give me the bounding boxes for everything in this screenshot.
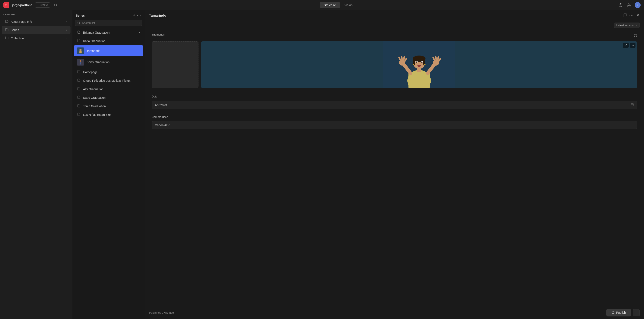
doc-icon-grupo bbox=[77, 78, 80, 83]
thumbnail-placeholder bbox=[152, 41, 198, 88]
doc-icon-katia bbox=[77, 39, 80, 43]
svg-line-1 bbox=[56, 6, 57, 6]
series-search-icon bbox=[77, 21, 80, 24]
sidebar-item-about[interactable]: About Page Info › bbox=[2, 18, 70, 25]
calendar-icon bbox=[630, 103, 634, 107]
detail-content: Thumbnail bbox=[145, 28, 644, 306]
series-panel: Series + ··· Britanya Graduation bbox=[72, 10, 145, 319]
series-item-homepage-label: Homepage bbox=[83, 70, 140, 74]
user-icon[interactable] bbox=[626, 2, 632, 8]
create-label: + Create bbox=[37, 3, 48, 6]
svg-point-40 bbox=[413, 64, 414, 65]
svg-point-41 bbox=[424, 64, 426, 65]
series-item-lasninias[interactable]: Las Niñas Estan Bien bbox=[74, 110, 143, 119]
chevron-right-collection: › bbox=[66, 37, 67, 39]
comment-icon[interactable] bbox=[623, 13, 627, 18]
doc-icon-sage bbox=[77, 96, 80, 100]
camera-input-container[interactable]: Canon AE-1 bbox=[152, 121, 637, 129]
chevron-right-icon: › bbox=[66, 20, 67, 23]
app-logo: S bbox=[4, 2, 9, 8]
svg-line-31 bbox=[402, 57, 402, 60]
footer-actions: Publish ··· bbox=[606, 309, 640, 317]
publish-status: Published 3 wk. ago bbox=[149, 311, 174, 314]
doc-icon-britanya bbox=[77, 30, 80, 34]
svg-line-38 bbox=[438, 57, 438, 60]
tamarindo-thumb bbox=[77, 47, 84, 54]
series-item-tamarindo[interactable]: Tamarindo bbox=[74, 45, 143, 56]
thumbnail-resize-button[interactable] bbox=[623, 43, 629, 48]
camera-label: Camera used bbox=[152, 115, 637, 119]
svg-point-25 bbox=[416, 61, 418, 63]
series-more-button[interactable]: ··· bbox=[137, 13, 141, 18]
chevron-right-series: › bbox=[66, 29, 67, 31]
topbar-right: J bbox=[618, 2, 640, 8]
detail-more-icon[interactable]: ··· bbox=[629, 13, 634, 18]
thumbnail-container: ··· bbox=[152, 41, 637, 88]
series-item-katia[interactable]: Katia Graduation bbox=[74, 37, 143, 45]
project-name: jorge-portfolio bbox=[12, 3, 32, 7]
thumbnail-more-button[interactable]: ··· bbox=[630, 43, 636, 48]
series-item-ally[interactable]: Ally Graduation bbox=[74, 85, 143, 93]
svg-rect-17 bbox=[408, 72, 430, 88]
series-item-daisy[interactable]: Daisy Graduation bbox=[74, 57, 143, 68]
thumbnail-overlay-actions: ··· bbox=[623, 43, 636, 48]
series-item-homepage[interactable]: Homepage bbox=[74, 68, 143, 76]
thumbnail-image: ··· bbox=[201, 41, 637, 88]
series-item-tamarindo-label: Tamarindo bbox=[86, 49, 140, 52]
series-item-grupo[interactable]: Grupo Folklorico Los Mejicas Pictur... bbox=[74, 76, 143, 85]
folder-icon-about bbox=[5, 19, 8, 24]
footer-more-button[interactable]: ··· bbox=[633, 309, 640, 316]
date-input-container[interactable]: Apr 2023 bbox=[152, 101, 637, 109]
help-icon[interactable] bbox=[618, 2, 624, 8]
thumbnail-refresh-icon[interactable] bbox=[634, 34, 637, 38]
thumbnail-label: Thumbnail bbox=[152, 33, 164, 36]
series-add-button[interactable]: + bbox=[133, 13, 136, 18]
topbar: S jorge-portfolio + Create Structure Vis… bbox=[0, 0, 644, 10]
thumbnail-photo bbox=[201, 41, 637, 88]
date-section: Date Apr 2023 bbox=[152, 95, 637, 109]
search-button[interactable] bbox=[53, 2, 59, 8]
svg-rect-12 bbox=[80, 62, 81, 64]
detail-panel: Tamarindo ··· Latest version bbox=[145, 10, 644, 319]
tab-vision[interactable]: Vision bbox=[340, 2, 357, 8]
sidebar-series-label: Series bbox=[11, 28, 64, 32]
series-item-tania[interactable]: Tania Graduation bbox=[74, 102, 143, 110]
sidebar-item-collection[interactable]: Collection › bbox=[2, 34, 70, 42]
sidebar-about-label: About Page Info bbox=[11, 20, 64, 23]
svg-line-43 bbox=[624, 45, 626, 46]
series-item-sage-label: Sage Graduation bbox=[83, 96, 140, 99]
series-item-britanya[interactable]: Britanya Graduation bbox=[74, 28, 143, 37]
tab-group: Structure Vision bbox=[61, 2, 615, 8]
thumbnail-section-header: Thumbnail bbox=[152, 33, 637, 39]
detail-title: Tamarindo bbox=[149, 14, 622, 17]
svg-point-5 bbox=[78, 22, 80, 24]
svg-line-6 bbox=[80, 23, 80, 24]
version-selector[interactable]: Latest version bbox=[614, 22, 640, 28]
series-item-britanya-label: Britanya Graduation bbox=[83, 31, 136, 34]
series-search-input[interactable] bbox=[82, 21, 140, 24]
publish-icon bbox=[612, 311, 614, 314]
camera-value: Canon AE-1 bbox=[155, 123, 634, 127]
series-item-katia-label: Katia Graduation bbox=[83, 39, 140, 43]
detail-header: Tamarindo ··· bbox=[145, 10, 644, 21]
left-sidebar: Content About Page Info › Series › bbox=[0, 10, 72, 319]
series-item-sage[interactable]: Sage Graduation bbox=[74, 93, 143, 102]
create-button[interactable]: + Create bbox=[35, 2, 50, 8]
version-bar: Latest version bbox=[145, 21, 644, 28]
camera-section: Camera used Canon AE-1 bbox=[152, 115, 637, 129]
date-value: Apr 2023 bbox=[155, 103, 628, 107]
publish-button[interactable]: Publish bbox=[606, 309, 631, 317]
svg-point-26 bbox=[421, 61, 422, 63]
series-item-britanya-dot bbox=[139, 32, 140, 33]
detail-header-actions: ··· bbox=[623, 13, 640, 18]
detail-footer: Published 3 wk. ago Publish ··· bbox=[145, 306, 644, 319]
close-icon[interactable] bbox=[636, 13, 640, 18]
thumbnail-section: Thumbnail bbox=[152, 33, 637, 88]
series-item-lasninias-label: Las Niñas Estan Bien bbox=[83, 113, 140, 116]
user-avatar[interactable]: J bbox=[635, 2, 640, 8]
series-search-box bbox=[75, 20, 142, 26]
series-header: Series + ··· bbox=[72, 10, 144, 20]
main-layout: Content About Page Info › Series › bbox=[0, 10, 644, 319]
sidebar-item-series[interactable]: Series › bbox=[2, 26, 70, 34]
tab-structure[interactable]: Structure bbox=[320, 2, 340, 8]
